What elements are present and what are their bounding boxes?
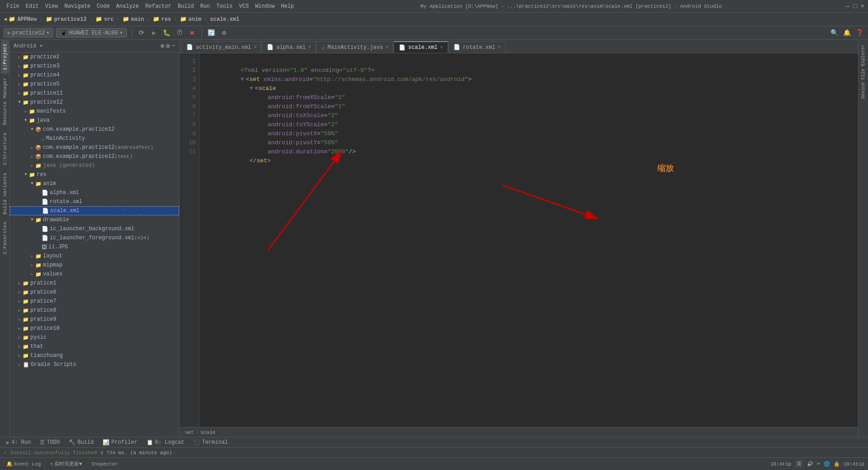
tree-item-practice11[interactable]: ▶ 📁 practice11 [10,89,179,98]
tree-item-alpha-xml[interactable]: ▶ 📄 alpha.xml [10,188,179,197]
close-button[interactable]: × [861,3,864,10]
tab-scale[interactable]: 📄 scale.xml × [394,41,448,53]
run-tab[interactable]: ▶ 4: Run [2,437,35,447]
menu-edit[interactable]: Edit [23,2,42,10]
tree-item-pratice7[interactable]: ▶ 📁 pratice7 [10,297,179,306]
tree-item-package-test[interactable]: ▶ 📦 com.example.practice12 (test) [10,152,179,161]
tree-item-pratice1[interactable]: ▶ 📁 pratice1 [10,279,179,288]
breadcrumb-src[interactable]: src [104,16,114,23]
inspector-button[interactable]: Inspector [89,461,121,468]
project-panel-tab[interactable]: 1:Project [1,40,9,74]
scope-icon[interactable]: ⊕ [160,42,164,50]
menu-view[interactable]: View [42,2,61,10]
profile-button[interactable]: ⏱ [175,28,184,38]
volume-icon[interactable]: 🔊 [807,461,813,467]
help-button[interactable]: ❓ [854,28,864,38]
lang-selector[interactable]: 英 [795,460,803,468]
tree-item-package-main[interactable]: ▼ 📦 com.example.practice12 [10,125,179,134]
favorites-tab[interactable]: 2:Favorites [1,218,9,258]
tree-item-pysic[interactable]: ▶ 📁 pysic [10,333,179,342]
tree-item-rotate-xml[interactable]: ▶ 📄 rotate.xml [10,197,179,206]
minimize-button[interactable]: — [846,3,849,10]
menu-vcs[interactable]: VCS [236,2,252,10]
android-dropdown[interactable]: Android ▾ [14,43,43,49]
settings-icon[interactable]: ⚙ [166,42,170,50]
realtime-news-button[interactable]: ⚡ 实时讯更新▼ [47,460,85,468]
resource-manager-tab[interactable]: Resource Manager [1,74,9,129]
menu-tools[interactable]: Tools [214,2,236,10]
tree-item-tiaozhuang[interactable]: ▶ 📁 tiaozhuang [10,351,179,360]
menu-build[interactable]: Build [175,2,197,10]
code-area[interactable]: <?xml version="1.0" encoding="utf-8"?> ▼… [200,53,858,427]
language-icon[interactable]: 🌐 [824,461,830,467]
tree-item-ic-launcher-fg[interactable]: ▶ 📄 ic_launcher_foreground.xml (v24) [10,233,179,242]
back-icon[interactable]: ◀ [4,16,7,23]
menu-run[interactable]: Run [198,2,213,10]
logcat-tab[interactable]: 📋 6: Logcat [142,437,189,447]
notifications-button[interactable]: 🔔 [842,28,852,38]
menu-code[interactable]: Code [94,2,113,10]
tab-alpha[interactable]: 📄 alpha.xml × [262,41,316,53]
terminal-tab[interactable]: ⬛ Terminal [189,437,233,447]
tree-item-pratice6[interactable]: ▶ 📁 pratice6 [10,288,179,297]
tab-close5[interactable]: × [498,45,501,50]
breadcrumb-scale[interactable]: scale [200,430,215,435]
tree-item-anim[interactable]: ▼ 📁 anim [10,179,179,188]
debug-button[interactable]: 🐛 [162,28,172,38]
tree-item-package-androidtest[interactable]: ▶ 📦 com.example.practice12 (androidTest) [10,143,179,152]
tree-item-java-generated[interactable]: ▶ 📁 java (generated) [10,161,179,170]
tree-item-gradle-scripts[interactable]: ▶ 📋 Gradle Scripts [10,360,179,369]
keyboard-icon[interactable]: ⌨ [817,461,820,467]
device-selector[interactable]: 📱 HUAWEI ELE-AL00 ▾ [56,28,127,38]
tab-close[interactable]: × [254,45,256,50]
stop-button[interactable]: ■ [187,28,197,38]
tree-item-that[interactable]: ▶ 📁 that [10,342,179,351]
maximize-button[interactable]: □ [853,3,857,10]
tree-item-practice12[interactable]: ▼ 📁 practice12 [10,98,179,107]
tree-item-ic-launcher-bg[interactable]: ▶ 📄 ic_launcher_background.xml [10,224,179,233]
tree-item-practice4[interactable]: ▶ 📁 practice4 [10,71,179,80]
breadcrumb-practice12[interactable]: practice12 [54,16,87,23]
run-app-button[interactable]: ▶ [149,28,159,38]
device-file-explorer-tab[interactable]: Device File Explorer [860,42,867,101]
tree-item-drawable[interactable]: ▼ 📁 drawable [10,215,179,224]
run-config-selector[interactable]: ▶ practice12 ▾ [4,28,53,38]
breadcrumb-appnew[interactable]: APPNew [17,16,37,23]
build-tab[interactable]: 🔨 Build [64,437,98,447]
menu-help[interactable]: Help [278,2,297,10]
search-everywhere-button[interactable]: 🔍 [829,28,839,38]
tree-item-res[interactable]: ▼ 📁 res [10,170,179,179]
tab-close4[interactable]: × [440,45,443,50]
tree-item-values[interactable]: ▶ 📁 values [10,270,179,279]
profiler-tab[interactable]: 📊 Profiler [98,437,142,447]
tree-item-practice2[interactable]: ▶ 📁 practice2 [10,52,179,62]
breadcrumb-file[interactable]: scale.xml [210,16,240,23]
menu-analyze[interactable]: Analyze [113,2,142,10]
tree-item-pratice9[interactable]: ▶ 📁 pratice9 [10,315,179,324]
menu-window[interactable]: Window [252,2,277,10]
breadcrumb-main[interactable]: main [131,16,144,23]
breadcrumb-res[interactable]: res [161,16,171,23]
menu-navigate[interactable]: Navigate [61,2,93,10]
tree-item-layout[interactable]: ▶ 📁 layout [10,252,179,261]
tree-item-practice3[interactable]: ▶ 📁 practice3 [10,62,179,71]
tree-item-ii-jpg[interactable]: ▶ 🖼 ii.JPG [10,242,179,252]
tab-mainactivity[interactable]: ☕ MainActivity.java × [316,41,393,53]
tab-rotate[interactable]: 📄 rotate.xml × [448,41,506,53]
security-icon[interactable]: 🔒 [834,461,840,467]
breadcrumb-set[interactable]: set [185,430,194,435]
todo-tab[interactable]: ☰ TODO [35,437,64,447]
breadcrumb-anim[interactable]: anim [189,16,202,23]
tree-item-manifests[interactable]: ▶ 📁 manifests [10,107,179,116]
tree-item-scale-xml[interactable]: ▶ 📄 scale.xml [10,206,179,215]
tree-item-practice5[interactable]: ▶ 📁 practice5 [10,80,179,89]
structure-tab[interactable]: 2:Structure [1,129,9,169]
tree-item-mipmap[interactable]: ▶ 📁 mipmap [10,261,179,270]
sync-button[interactable]: ⟳ [137,28,146,38]
menu-file[interactable]: File [4,2,22,10]
tab-close3[interactable]: × [386,45,388,50]
menu-refactor[interactable]: Refactor [142,2,174,10]
event-log-button[interactable]: 🔔 Event Log [4,460,43,468]
collapse-icon[interactable]: − [172,42,175,50]
tree-item-pratice8[interactable]: ▶ 📁 pratice8 [10,306,179,315]
